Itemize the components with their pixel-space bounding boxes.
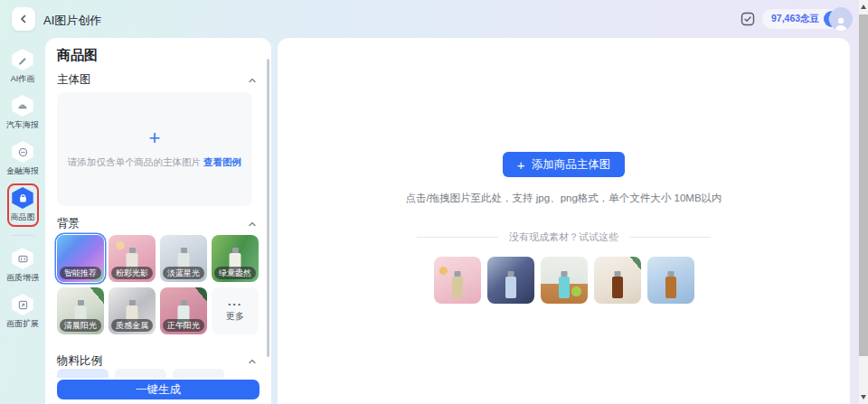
- section-header-ratio: 物料比例: [57, 353, 257, 369]
- settings-panel: 商品图 主体图 + 请添加仅含单个商品的主体图片 查看图例 背景 智能推荐 粉彩…: [45, 38, 271, 404]
- person-icon: [833, 16, 849, 31]
- background-option-metal-texture[interactable]: 质感金属: [108, 287, 156, 334]
- section-title: 背景: [57, 216, 80, 231]
- coin-circle-icon: [11, 141, 34, 163]
- task-check-icon[interactable]: [740, 11, 756, 27]
- sidebar-item-label: 商品图: [11, 211, 35, 223]
- background-option-morning-sun[interactable]: 清晨阳光: [57, 287, 104, 334]
- main-canvas: + 添加商品主体图 点击/拖拽图片至此处，支持 jpg、png格式，单个文件大小…: [278, 38, 850, 404]
- plus-icon: +: [517, 158, 525, 172]
- view-example-link[interactable]: 查看图例: [203, 156, 241, 167]
- sidebar-item-car-poster[interactable]: 汽车海报: [6, 95, 39, 131]
- panel-title: 商品图: [57, 47, 98, 64]
- sidebar-item-label: 汽车海报: [6, 119, 39, 131]
- background-option-label: 正午阳光: [163, 319, 204, 332]
- chevron-up-icon[interactable]: [248, 76, 257, 85]
- back-button[interactable]: [12, 7, 35, 31]
- background-option-label: 淡蓝星光: [163, 267, 204, 279]
- beans-balance-text: 97,463念豆: [771, 13, 819, 25]
- sample-image-2[interactable]: [487, 257, 534, 304]
- background-option-label: 质感金属: [111, 319, 153, 332]
- hd-icon: [11, 248, 34, 269]
- sidebar-item-label: AI作画: [11, 73, 35, 85]
- samples-divider: 没有现成素材？试试这些: [417, 230, 711, 244]
- sidebar-item-product-image[interactable]: 商品图: [11, 187, 35, 223]
- page-title: AI图片创作: [43, 13, 101, 29]
- section-title: 物料比例: [57, 353, 102, 369]
- divider-text: 没有现成素材？试试这些: [509, 230, 618, 244]
- background-option-label: 智能推荐: [60, 267, 101, 279]
- sample-image-4[interactable]: [594, 257, 641, 304]
- background-option-noon-sun[interactable]: 正午阳光: [160, 287, 207, 334]
- product-bottle-graphic: [559, 277, 570, 298]
- section-title: 主体图: [57, 72, 91, 88]
- background-option-green-nature[interactable]: 绿意盎然: [212, 235, 259, 282]
- sidebar-item-ai-painting[interactable]: AI作画: [11, 49, 35, 85]
- scroll-up-arrow-icon[interactable]: [861, 5, 866, 9]
- sample-images-row: [434, 257, 694, 304]
- background-option-label: 绿意盎然: [214, 267, 256, 279]
- sidebar-item-label: 画面扩展: [6, 318, 39, 330]
- divider-line: [417, 237, 498, 238]
- add-subject-label: 添加商品主体图: [532, 157, 611, 173]
- add-subject-button[interactable]: + 添加商品主体图: [503, 152, 625, 177]
- sidebar-item-finance-poster[interactable]: 金融海报: [6, 141, 39, 177]
- background-options-grid: 智能推荐 粉彩光影 淡蓝星光 绿意盎然 清晨阳光 质感金属 正午阳光 ··· 更: [57, 235, 261, 334]
- sidebar-item-label: 金融海报: [6, 165, 39, 177]
- pencil-icon: [11, 49, 34, 70]
- generate-button[interactable]: 一键生成: [57, 380, 259, 399]
- upload-hint-text: 请添加仅含单个商品的主体图片 查看图例: [57, 156, 252, 169]
- background-option-pink-glow[interactable]: 粉彩光影: [108, 235, 156, 282]
- section-header-background: 背景: [57, 216, 257, 231]
- browser-scrollbar[interactable]: [859, 0, 868, 404]
- sample-image-1[interactable]: [434, 257, 481, 304]
- subject-upload-dropzone[interactable]: + 请添加仅含单个商品的主体图片 查看图例: [57, 92, 252, 206]
- sidebar-divider: [11, 235, 34, 236]
- canvas-empty-state: + 添加商品主体图 点击/拖拽图片至此处，支持 jpg、png格式，单个文件大小…: [278, 152, 850, 304]
- scrollbar-thumb[interactable]: [859, 14, 868, 356]
- expand-arrow-icon: [11, 294, 34, 315]
- background-option-smart[interactable]: 智能推荐: [57, 235, 104, 282]
- upload-hint-label: 请添加仅含单个商品的主体图片: [68, 156, 201, 167]
- sample-image-3[interactable]: [541, 257, 588, 304]
- product-bottle-graphic: [612, 277, 623, 298]
- ellipsis-icon: ···: [228, 300, 242, 309]
- plus-icon: +: [57, 128, 252, 148]
- tool-sidebar: AI作画 汽车海报 金融海报 商品图 画质增强 画面扩展: [0, 38, 45, 404]
- product-bottle-graphic: [452, 277, 463, 298]
- section-header-subject: 主体图: [57, 72, 257, 88]
- car-icon: [11, 95, 34, 117]
- drop-hint-text: 点击/拖拽图片至此处，支持 jpg、png格式，单个文件大小 10MB以内: [405, 192, 722, 205]
- background-option-label: 粉彩光影: [111, 267, 153, 279]
- divider-line: [629, 237, 711, 238]
- chevron-up-icon[interactable]: [248, 220, 257, 229]
- shopping-bag-icon: [11, 187, 34, 209]
- sidebar-item-quality-enhance[interactable]: 画质增强: [6, 248, 39, 284]
- sidebar-item-image-expand[interactable]: 画面扩展: [6, 294, 39, 330]
- sidebar-item-label: 画质增强: [6, 272, 39, 284]
- chevron-up-icon[interactable]: [248, 357, 257, 366]
- scroll-down-arrow-icon[interactable]: [861, 395, 866, 399]
- background-option-more[interactable]: ··· 更多: [212, 287, 259, 334]
- product-bottle-graphic: [505, 277, 516, 298]
- background-option-blue-starlight[interactable]: 淡蓝星光: [160, 235, 207, 282]
- product-bottle-graphic: [665, 277, 676, 298]
- sample-image-5[interactable]: [647, 257, 694, 304]
- user-avatar[interactable]: [829, 7, 853, 31]
- more-label: 更多: [226, 310, 244, 323]
- chevron-left-icon: [18, 14, 29, 24]
- background-option-label: 清晨阳光: [60, 319, 101, 332]
- panel-scrollbar-thumb[interactable]: [267, 59, 269, 357]
- panel-footer: 一键生成: [45, 378, 271, 404]
